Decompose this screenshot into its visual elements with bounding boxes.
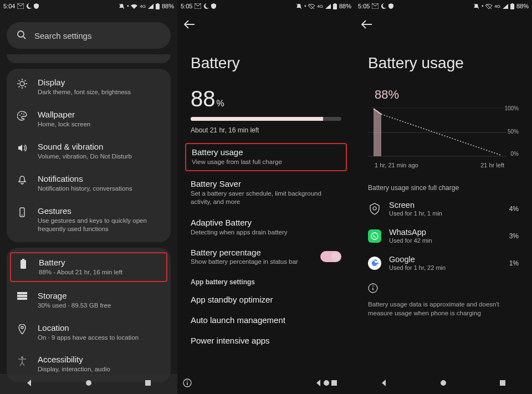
info-icon[interactable]: [183, 378, 192, 390]
nav-recent-icon[interactable]: [144, 379, 152, 389]
battery-percent: 88 %: [177, 83, 355, 115]
settings-item-battery[interactable]: Battery88% - About 21 hr, 16 min left: [10, 252, 167, 282]
adaptive-battery-item[interactable]: Adaptive Battery Detecting when apps dra…: [177, 212, 355, 243]
usage-graph[interactable]: 100% 50% 0%: [368, 108, 519, 160]
wifi-off-icon: [308, 4, 315, 9]
toggle-switch[interactable]: [320, 251, 341, 262]
settings-item-sound[interactable]: Sound & vibrationVolume, vibration, Do N…: [7, 135, 171, 167]
speaker-icon: [17, 143, 27, 155]
nav-back-icon[interactable]: [380, 379, 388, 389]
svg-point-50: [372, 285, 374, 286]
usage-row-google[interactable]: GoogleUsed for 1 hr, 22 min 1%: [355, 249, 532, 277]
signal-icon: [148, 4, 154, 9]
svg-rect-19: [21, 260, 26, 269]
back-arrow-icon[interactable]: [361, 21, 372, 30]
page-title: Battery: [177, 35, 355, 83]
status-time: 5:05: [181, 3, 192, 9]
nav-bar: [355, 374, 532, 394]
moon-icon: [381, 3, 386, 9]
battery-icon: [156, 3, 160, 9]
settings-item-notifications[interactable]: NotificationsNotification history, conve…: [7, 167, 171, 199]
nav-back-icon[interactable]: [315, 379, 323, 389]
svg-point-25: [21, 356, 23, 359]
network-label: 4G: [140, 4, 146, 9]
nav-bar: [0, 374, 177, 394]
svg-rect-31: [334, 3, 336, 4]
bell-off-icon: [473, 3, 479, 9]
usage-app-name: Google: [389, 255, 502, 264]
settings-item-title: Wallpaper: [38, 110, 163, 119]
svg-rect-22: [17, 295, 27, 297]
item-title: App standby optimizer: [191, 295, 341, 304]
nav-home-icon[interactable]: [85, 379, 93, 389]
search-settings[interactable]: Search settings: [7, 22, 171, 49]
moon-icon: [203, 3, 209, 9]
usage-app-name: WhatsApp: [389, 228, 502, 237]
settings-item-subtitle: On · 9 apps have access to location: [38, 334, 163, 342]
settings-item-title: Storage: [38, 291, 163, 300]
whatsapp-icon: [368, 229, 381, 243]
svg-point-18: [22, 214, 23, 216]
location-icon: [18, 324, 26, 336]
usage-app-pct: 3%: [509, 232, 519, 240]
back-arrow-icon[interactable]: [184, 21, 195, 30]
svg-point-47: [371, 233, 378, 239]
bell-off-icon: [296, 3, 302, 9]
page-title: Battery usage: [355, 35, 532, 76]
usage-app-sub: Used for 1 hr, 22 min: [389, 264, 502, 271]
settings-item-storage[interactable]: Storage30% used · 89.53 GB free: [7, 284, 171, 316]
svg-point-46: [373, 207, 376, 210]
y-axis-0: 0%: [511, 151, 519, 157]
svg-rect-2: [157, 3, 158, 4]
status-bar: 5:05 • 4G 88%: [355, 0, 532, 12]
usage-app-sub: Used for 42 min: [389, 237, 502, 244]
svg-rect-27: [145, 380, 151, 386]
nav-back-icon[interactable]: [25, 379, 33, 389]
battery-percentage-item[interactable]: Battery percentage Show battery percenta…: [177, 242, 355, 270]
svg-rect-20: [22, 259, 24, 260]
usage-row-screen[interactable]: ScreenUsed for 1 hr, 1 min 4%: [355, 195, 532, 222]
settings-item-display[interactable]: DisplayDark theme, font size, brightness: [7, 71, 171, 103]
usage-app-sub: Used for 1 hr, 1 min: [389, 210, 502, 217]
settings-screen: 5:04 • 4G: [0, 0, 177, 394]
svg-point-24: [21, 326, 23, 329]
battery-icon: [333, 3, 337, 9]
settings-item-title: Gestures: [38, 206, 163, 216]
item-title: Battery percentage: [191, 248, 298, 257]
svg-point-16: [23, 114, 24, 115]
svg-line-10: [19, 80, 20, 81]
usage-note: Battery usage data is approximate and do…: [355, 298, 532, 320]
battery-icon: [20, 259, 27, 271]
usage-app-pct: 1%: [509, 259, 519, 267]
network-label: 4G: [317, 4, 323, 9]
app-standby-optimizer[interactable]: App standby optimizer: [177, 289, 355, 310]
nav-home-icon[interactable]: [439, 379, 447, 389]
section-label: Battery usage since full charge: [355, 176, 532, 195]
search-icon: [17, 30, 27, 42]
status-time: 5:05: [358, 3, 370, 9]
item-subtitle: View usage from last full charge: [192, 158, 340, 167]
settings-item-subtitle: Notification history, conversations: [38, 185, 163, 193]
battery-usage-item[interactable]: Battery usage View usage from last full …: [185, 143, 347, 171]
auto-launch-management[interactable]: Auto launch management: [177, 310, 355, 330]
power-intensive-apps[interactable]: Power intensive apps: [177, 330, 355, 351]
settings-item-gestures[interactable]: GesturesUse gestures and keys to quickly…: [7, 199, 171, 240]
svg-rect-40: [511, 3, 513, 4]
settings-item-wallpaper[interactable]: WallpaperHome, lock screen: [7, 103, 171, 135]
search-placeholder: Search settings: [34, 31, 91, 40]
svg-line-13: [25, 80, 26, 81]
shield-icon: [211, 3, 216, 9]
nav-recent-icon[interactable]: [499, 379, 507, 389]
usage-row-whatsapp[interactable]: WhatsAppUsed for 42 min 3%: [355, 222, 532, 249]
svg-line-12: [19, 86, 20, 88]
gestures-icon: [17, 207, 27, 219]
settings-item-title: Sound & vibration: [38, 142, 163, 151]
svg-line-11: [25, 86, 26, 88]
nav-home-icon[interactable]: [323, 379, 330, 389]
settings-item-location[interactable]: LocationOn · 9 apps have access to locat…: [7, 316, 171, 349]
status-bar: 5:05 • 4G 88%: [177, 0, 355, 12]
svg-line-45: [381, 114, 501, 155]
battery-saver-item[interactable]: Battery Saver Set a battery saver schedu…: [177, 173, 355, 212]
item-subtitle: Set a battery saver schedule, limit back…: [191, 190, 341, 207]
nav-recent-icon[interactable]: [330, 379, 338, 389]
